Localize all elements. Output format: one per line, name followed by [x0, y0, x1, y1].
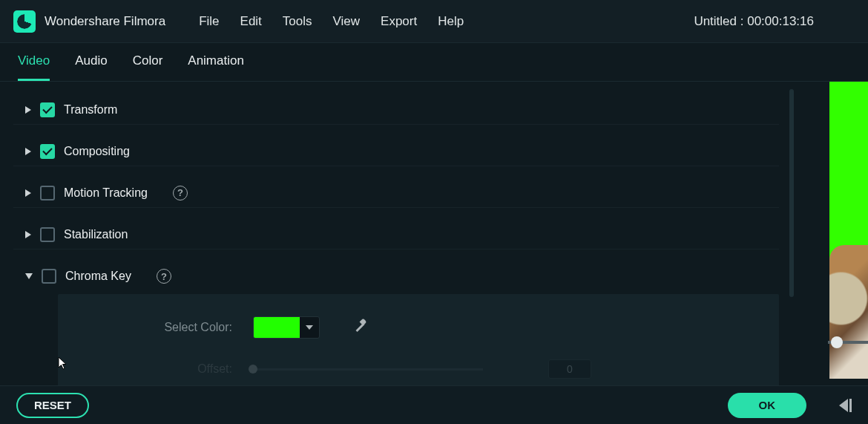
settings-column: Transform Compositing Motion Tracking ? … [0, 82, 823, 385]
offset-slider-knob[interactable] [249, 365, 257, 374]
disclosure-triangle-icon[interactable] [25, 273, 33, 279]
section-compositing: Compositing [13, 137, 779, 166]
motion-tracking-label: Motion Tracking [64, 186, 148, 200]
color-swatch[interactable] [254, 317, 300, 338]
transform-checkbox[interactable] [40, 102, 55, 117]
disclosure-triangle-icon[interactable] [25, 189, 31, 197]
tab-animation[interactable]: Animation [188, 53, 244, 81]
motion-tracking-checkbox[interactable] [40, 186, 55, 200]
section-transform: Transform [13, 95, 779, 125]
settings-scrollbar[interactable] [789, 89, 794, 297]
menu-tools[interactable]: Tools [283, 14, 312, 29]
tab-audio[interactable]: Audio [75, 53, 107, 81]
menu-view[interactable]: View [333, 14, 361, 29]
color-well [253, 316, 320, 339]
chroma-key-panel: Select Color: Offset: 0 [58, 294, 779, 385]
section-motion-tracking: Motion Tracking ? [13, 178, 779, 208]
stabilization-checkbox[interactable] [40, 227, 55, 242]
chroma-key-label: Chroma Key [65, 270, 131, 283]
select-color-row: Select Color: [154, 316, 749, 339]
menu-help[interactable]: Help [438, 14, 464, 29]
section-stabilization: Stabilization [13, 220, 779, 249]
menubar: Wondershare Filmora File Edit Tools View… [0, 0, 868, 43]
menu-file[interactable]: File [199, 14, 219, 29]
stabilization-label: Stabilization [64, 228, 128, 241]
tab-color[interactable]: Color [133, 53, 163, 81]
chroma-key-checkbox[interactable] [42, 269, 56, 284]
offset-row: Offset: 0 [154, 359, 749, 379]
chevron-down-icon[interactable] [300, 317, 319, 338]
help-icon[interactable]: ? [157, 269, 171, 284]
menu-export[interactable]: Export [381, 14, 417, 29]
preview-slider[interactable] [828, 341, 868, 344]
tab-video[interactable]: Video [18, 53, 50, 81]
preview-slider-knob[interactable] [831, 336, 843, 348]
app-title: Wondershare Filmora [45, 14, 165, 29]
bottom-bar: RESET OK [0, 385, 868, 424]
frame-step-back-icon[interactable] [839, 399, 852, 412]
transform-label: Transform [64, 103, 117, 117]
preview-thumbnail [829, 82, 868, 379]
preview-column [823, 82, 868, 385]
disclosure-triangle-icon[interactable] [25, 231, 31, 238]
reset-button[interactable]: RESET [16, 393, 89, 418]
offset-label: Offset: [154, 362, 232, 376]
menu-items: File Edit Tools View Export Help [199, 14, 464, 29]
section-chroma-key: Chroma Key ? [13, 261, 779, 291]
main-area: Transform Compositing Motion Tracking ? … [0, 82, 868, 385]
select-color-label: Select Color: [154, 321, 232, 334]
eyedropper-icon[interactable] [352, 320, 367, 335]
offset-value[interactable]: 0 [548, 359, 591, 379]
ok-button[interactable]: OK [728, 393, 807, 418]
disclosure-triangle-icon[interactable] [25, 148, 31, 155]
panel-tabs: Video Audio Color Animation [0, 43, 868, 82]
app-logo [13, 10, 36, 33]
compositing-label: Compositing [64, 145, 130, 158]
help-icon[interactable]: ? [173, 186, 188, 200]
offset-slider[interactable] [253, 368, 483, 371]
menu-edit[interactable]: Edit [240, 14, 262, 29]
project-readout: Untitled : 00:00:13:16 [694, 14, 855, 29]
compositing-checkbox[interactable] [40, 144, 55, 159]
disclosure-triangle-icon[interactable] [25, 106, 31, 114]
